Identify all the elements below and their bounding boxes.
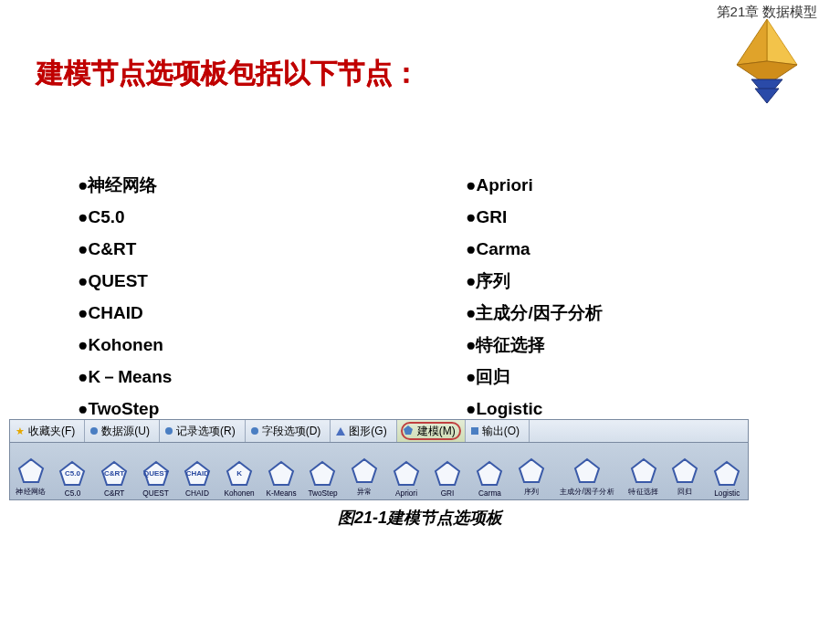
node-label: 主成分/因子分析 bbox=[560, 487, 614, 498]
node-label: C&RT bbox=[104, 488, 124, 497]
chapter-label: 第21章 数据模型 bbox=[694, 4, 840, 21]
svg-marker-14 bbox=[352, 459, 376, 482]
node-icon bbox=[393, 460, 420, 488]
slide-header: 第21章 数据模型 bbox=[694, 4, 840, 109]
palette-node[interactable]: 神经网络 bbox=[10, 457, 52, 498]
list-item: ●神经网络 bbox=[78, 169, 172, 201]
palette-node[interactable]: K-Means bbox=[260, 460, 302, 498]
node-icon bbox=[518, 457, 545, 485]
tab-graphs[interactable]: 图形(G) bbox=[331, 420, 396, 442]
tab-output[interactable]: 输出(O) bbox=[466, 420, 530, 442]
list-item: ●GRI bbox=[466, 201, 603, 233]
palette-node[interactable]: KKohonen bbox=[218, 460, 260, 498]
svg-marker-12 bbox=[269, 462, 293, 485]
node-icon bbox=[351, 457, 378, 485]
svg-marker-19 bbox=[575, 459, 599, 482]
palette-node[interactable]: 序列 bbox=[510, 457, 552, 498]
node-icon: CHAID bbox=[184, 460, 211, 488]
node-label: K-Means bbox=[266, 488, 296, 497]
svg-marker-5 bbox=[404, 425, 413, 435]
list-item: ●回归 bbox=[466, 361, 603, 393]
list-item: ●CHAID bbox=[78, 297, 172, 329]
svg-marker-4 bbox=[755, 89, 779, 103]
svg-marker-15 bbox=[394, 462, 418, 485]
list-item: ●QUEST bbox=[78, 265, 172, 297]
node-label: CHAID bbox=[186, 488, 210, 497]
pentagon-icon bbox=[403, 425, 414, 438]
node-icon: C5.0 bbox=[58, 460, 86, 488]
palette-node[interactable]: Apriori bbox=[385, 460, 427, 498]
node-label: TwoStep bbox=[308, 488, 337, 497]
list-item: ●C5.0 bbox=[78, 201, 172, 233]
palette-node[interactable]: QUESTQUEST bbox=[135, 460, 177, 498]
node-label: 回归 bbox=[677, 487, 693, 498]
node-icon: K bbox=[226, 460, 253, 488]
palette-node[interactable]: Carma bbox=[468, 460, 510, 498]
node-icon bbox=[476, 460, 503, 488]
list-item: ●特征选择 bbox=[466, 329, 603, 361]
palette-node[interactable]: CHAIDCHAID bbox=[177, 460, 219, 498]
list-item: ●Apriori bbox=[466, 169, 603, 201]
list-item: ●K－Means bbox=[78, 361, 172, 393]
palette-tabs: ★收藏夹(F) 数据源(U) 记录选项(R) 字段选项(D) 图形(G) 建模(… bbox=[10, 420, 748, 443]
palette-node[interactable]: C&RTC&RT bbox=[93, 460, 135, 498]
slide-title: 建模节点选项板包括以下节点： bbox=[37, 55, 420, 92]
square-icon bbox=[471, 427, 478, 435]
modeling-palette: ★收藏夹(F) 数据源(U) 记录选项(R) 字段选项(D) 图形(G) 建模(… bbox=[9, 419, 749, 500]
palette-node-row: 神经网络C5.0C5.0C&RTC&RTQUESTQUESTCHAIDCHAID… bbox=[10, 443, 748, 499]
circle-icon bbox=[90, 427, 98, 435]
node-icon: C&RT bbox=[100, 460, 128, 488]
node-label: Kohonen bbox=[225, 488, 255, 497]
pyramid-logo bbox=[694, 8, 840, 109]
tab-field-ops[interactable]: 字段选项(D) bbox=[246, 420, 331, 442]
list-item: ●Kohonen bbox=[78, 329, 172, 361]
node-label: 神经网络 bbox=[16, 487, 46, 498]
node-list-left: ●神经网络 ●C5.0 ●C&RT ●QUEST ●CHAID ●Kohonen… bbox=[78, 169, 172, 425]
node-icon bbox=[573, 457, 601, 485]
svg-marker-1 bbox=[737, 19, 767, 65]
node-list-right: ●Apriori ●GRI ●Carma ●序列 ●主成分/因子分析 ●特征选择… bbox=[466, 169, 603, 425]
palette-node[interactable]: 回归 bbox=[665, 457, 707, 498]
node-label: 异常 bbox=[357, 487, 373, 498]
tab-modeling[interactable]: 建模(M) bbox=[397, 420, 466, 442]
svg-marker-20 bbox=[632, 459, 656, 482]
node-label: Logistic bbox=[714, 488, 740, 497]
palette-node[interactable]: C5.0C5.0 bbox=[52, 460, 94, 498]
node-label: C5.0 bbox=[65, 488, 80, 497]
svg-marker-16 bbox=[436, 462, 459, 485]
node-label: GRI bbox=[441, 488, 455, 497]
node-icon bbox=[268, 460, 295, 488]
palette-node[interactable]: 特征选择 bbox=[623, 457, 665, 498]
tab-record-ops[interactable]: 记录选项(R) bbox=[160, 420, 246, 442]
node-label: 特征选择 bbox=[628, 487, 658, 498]
node-icon: QUEST bbox=[142, 460, 170, 488]
list-item: ●主成分/因子分析 bbox=[466, 297, 603, 329]
tab-favorites[interactable]: ★收藏夹(F) bbox=[10, 420, 85, 442]
svg-marker-6 bbox=[19, 459, 43, 482]
palette-node[interactable]: 异常 bbox=[343, 457, 385, 498]
node-label: 序列 bbox=[523, 487, 539, 498]
node-label: QUEST bbox=[143, 488, 170, 497]
node-label: Carma bbox=[478, 488, 501, 497]
list-item: ●Carma bbox=[466, 233, 603, 265]
svg-marker-17 bbox=[478, 462, 501, 485]
node-icon bbox=[434, 460, 461, 488]
svg-marker-22 bbox=[715, 462, 739, 485]
svg-marker-18 bbox=[520, 459, 543, 482]
circle-icon bbox=[251, 427, 258, 435]
circle-icon bbox=[165, 427, 173, 435]
palette-node[interactable]: TwoStep bbox=[302, 460, 344, 498]
palette-node[interactable]: Logistic bbox=[706, 460, 748, 498]
figure-caption: 图21-1建模节点选项板 bbox=[0, 507, 840, 529]
svg-marker-13 bbox=[310, 462, 334, 485]
tab-sources[interactable]: 数据源(U) bbox=[85, 420, 160, 442]
node-icon bbox=[671, 457, 698, 485]
svg-marker-21 bbox=[673, 459, 697, 482]
node-icon bbox=[17, 457, 45, 485]
node-icon bbox=[630, 457, 657, 485]
node-icon bbox=[309, 460, 336, 488]
palette-node[interactable]: GRI bbox=[427, 460, 469, 498]
svg-marker-0 bbox=[767, 19, 797, 65]
palette-node[interactable]: 主成分/因子分析 bbox=[552, 457, 623, 498]
list-item: ●序列 bbox=[466, 265, 603, 297]
